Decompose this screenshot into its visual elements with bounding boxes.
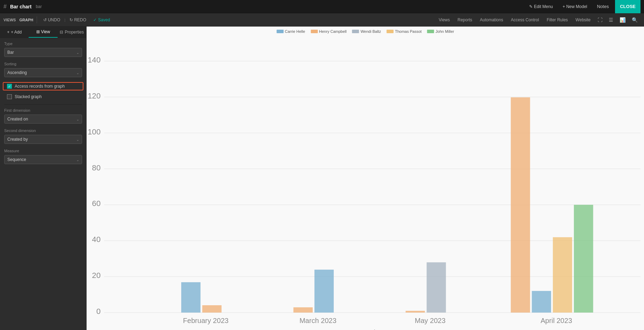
stacked-graph-checkbox[interactable] bbox=[7, 94, 12, 99]
undo-icon: ↺ bbox=[43, 17, 47, 22]
measure-select[interactable]: Sequence bbox=[4, 155, 82, 164]
svg-text:Created on: Created on bbox=[348, 328, 386, 330]
svg-text:April 2023: April 2023 bbox=[541, 317, 572, 324]
app-title: Bar chart bbox=[10, 4, 31, 9]
access-control-button[interactable]: Access Control bbox=[507, 13, 542, 27]
search-icon[interactable]: 🔍 bbox=[629, 13, 641, 27]
legend-item: Carrie Helle bbox=[276, 29, 305, 34]
view-tab[interactable]: ⊞ View bbox=[29, 27, 57, 38]
views-button[interactable]: Views bbox=[435, 13, 453, 27]
legend-item: John Miller bbox=[427, 29, 454, 34]
legend-item: Thomas Passot bbox=[386, 29, 421, 34]
chart-icon[interactable]: 📊 bbox=[617, 13, 628, 27]
first-dimension-label: First dimension bbox=[4, 108, 82, 112]
list-view-icon[interactable]: ☰ bbox=[606, 13, 616, 27]
svg-rect-23 bbox=[427, 262, 446, 313]
legend-item: Henry Campbell bbox=[311, 29, 347, 34]
svg-text:80: 80 bbox=[92, 163, 101, 172]
svg-text:140: 140 bbox=[88, 56, 101, 64]
close-button[interactable]: CLOSE bbox=[615, 0, 641, 13]
svg-text:100: 100 bbox=[88, 127, 101, 136]
saved-indicator: ✓ Saved bbox=[93, 17, 110, 22]
access-records-label: Access records from graph bbox=[15, 84, 65, 89]
svg-text:20: 20 bbox=[92, 271, 101, 280]
pencil-icon: ✎ bbox=[529, 4, 533, 9]
sorting-select[interactable]: Ascending Descending bbox=[4, 68, 82, 77]
access-records-checkbox[interactable] bbox=[7, 84, 12, 89]
redo-icon: ↻ bbox=[69, 17, 73, 22]
reports-button[interactable]: Reports bbox=[454, 13, 476, 27]
svg-rect-28 bbox=[574, 205, 593, 313]
second-dimension-select[interactable]: Created by bbox=[4, 135, 82, 144]
svg-text:0: 0 bbox=[96, 307, 101, 316]
svg-rect-22 bbox=[406, 311, 425, 313]
app-subtitle: bar bbox=[36, 4, 42, 9]
measure-label: Measure bbox=[4, 149, 82, 153]
separator2: | bbox=[65, 18, 66, 22]
stacked-graph-label: Stacked graph bbox=[15, 94, 42, 99]
sorting-label: Sorting bbox=[4, 62, 82, 66]
type-label: Type bbox=[4, 42, 82, 46]
svg-text:60: 60 bbox=[92, 199, 101, 208]
new-model-button[interactable]: + New Model bbox=[559, 3, 591, 10]
first-dimension-select[interactable]: Created on bbox=[4, 115, 82, 124]
svg-rect-17 bbox=[202, 305, 221, 313]
redo-button[interactable]: ↻ REDO bbox=[67, 16, 89, 24]
properties-tab[interactable]: ⊟ Properties bbox=[58, 27, 86, 38]
view-icon: ⊞ bbox=[36, 29, 40, 34]
views-label: VIEWS bbox=[3, 18, 16, 22]
svg-rect-19 bbox=[294, 307, 313, 313]
notes-button[interactable]: Notes bbox=[593, 0, 612, 13]
check-icon: ✓ bbox=[93, 17, 97, 22]
legend-item: Wendi Baltz bbox=[352, 29, 381, 34]
svg-text:May 2023: May 2023 bbox=[415, 317, 445, 324]
edit-menu-button[interactable]: ✎ Edit Menu bbox=[526, 3, 556, 10]
type-select[interactable]: Bar Line Pie bbox=[4, 48, 82, 57]
plus-icon: + bbox=[7, 30, 9, 35]
fullscreen-icon[interactable]: ⛶ bbox=[595, 13, 605, 27]
hash-icon: # bbox=[3, 3, 7, 10]
svg-rect-25 bbox=[511, 97, 530, 313]
svg-text:February 2023: February 2023 bbox=[183, 317, 229, 324]
second-dimension-label: Second dimension bbox=[4, 129, 82, 133]
separator bbox=[37, 16, 37, 23]
graph-label: GRAPH bbox=[19, 18, 33, 22]
automations-button[interactable]: Automations bbox=[476, 13, 507, 27]
website-button[interactable]: Website bbox=[572, 13, 594, 27]
properties-icon: ⊟ bbox=[60, 30, 63, 35]
svg-rect-16 bbox=[181, 282, 200, 313]
svg-text:120: 120 bbox=[88, 91, 101, 100]
bar-chart: 0 20 40 60 80 100 120 140 February 2023 … bbox=[87, 37, 644, 330]
svg-rect-27 bbox=[553, 237, 572, 313]
svg-text:40: 40 bbox=[92, 235, 101, 244]
svg-rect-20 bbox=[314, 270, 334, 313]
add-button[interactable]: + + Add bbox=[0, 27, 29, 38]
undo-button[interactable]: ↺ UNDO bbox=[40, 16, 63, 24]
svg-rect-26 bbox=[532, 291, 551, 313]
chart-legend: Carrie HelleHenry CampbellWendi BaltzTho… bbox=[276, 29, 454, 34]
svg-text:March 2023: March 2023 bbox=[299, 317, 336, 324]
filter-rules-button[interactable]: Filter Rules bbox=[543, 13, 571, 27]
